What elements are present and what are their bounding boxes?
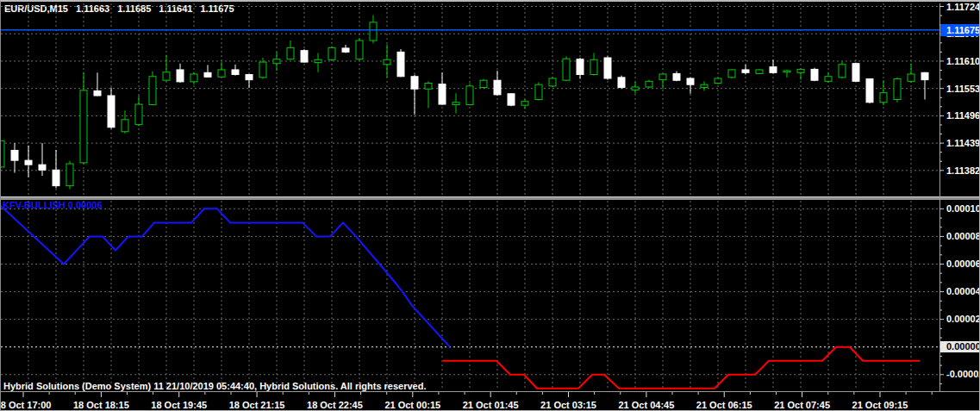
candle-bullish [453, 103, 459, 105]
candle-bullish [728, 70, 735, 78]
candle-bullish [425, 84, 432, 90]
candle-bullish [135, 104, 142, 124]
candle-bearish [866, 79, 873, 103]
time-axis-label: 18 Oct 19:45 [151, 400, 207, 410]
time-axis-label: 21 Oct 01:45 [463, 400, 519, 410]
indicator-axis-label: 0.00006 [946, 258, 980, 269]
axis-frame [1, 3, 980, 392]
bearish-line [443, 347, 920, 389]
candle-bullish [370, 22, 377, 40]
price-axis-label: 1.11382 [946, 165, 980, 176]
candle-bearish [11, 150, 18, 160]
candle-bearish [811, 69, 818, 80]
candle-bullish [783, 71, 790, 72]
time-axis-label: 18 Oct 21:15 [229, 400, 285, 410]
candle-bullish [122, 120, 128, 132]
indicator-axis-label: 0.00002 [946, 314, 980, 324]
indicator-axis-label: 0.00010 [946, 203, 980, 214]
chart-canvas[interactable] [1, 2, 980, 411]
candle-bullish [797, 69, 804, 72]
candle-bullish [646, 81, 652, 87]
candle-bearish [39, 165, 46, 170]
price-axis-label: 1.11724 [946, 2, 980, 12]
candle-bearish [921, 72, 928, 79]
bullish-line [1, 206, 450, 347]
current-price-label: 1.11675 [940, 24, 980, 36]
indicator-gridlines [1, 209, 939, 374]
candle-bearish [770, 67, 777, 73]
time-axis-label: 18 Oct 22:45 [307, 400, 363, 410]
time-axis-label: 18 Oct 18:15 [73, 400, 129, 410]
price-gridlines [1, 7, 939, 171]
candle-bearish [342, 48, 349, 52]
candle-bullish [218, 70, 225, 77]
candle-bullish [259, 62, 266, 78]
candle-bearish [618, 78, 625, 88]
candle-bearish [687, 78, 694, 84]
candle-bullish [908, 74, 914, 81]
candle-bullish [521, 102, 528, 105]
price-axis-label: 1.11553 [946, 84, 980, 94]
candle-bearish [204, 72, 211, 77]
candle-bullish [659, 74, 666, 80]
candle-bearish [673, 73, 680, 80]
price-axis-label: 1.11439 [946, 138, 980, 148]
price-axis-ticks [939, 6, 944, 384]
candle-bullish [563, 59, 570, 80]
candle-bullish [466, 86, 473, 105]
status-bar-text: Hybrid Solutions (Demo System) 11 21/10/… [3, 381, 426, 391]
candle-bullish [632, 87, 639, 90]
chart-window: EUR/USD,M151.116631.116851.116411.11675 … [0, 0, 980, 411]
time-axis-label: 21 Oct 07:45 [774, 400, 830, 410]
price-axis-label: 1.11496 [946, 110, 980, 121]
candle-bullish [384, 59, 390, 65]
candle-bullish [701, 84, 708, 87]
candle-bullish [190, 74, 197, 82]
candle-bullish [149, 77, 156, 105]
candles-group [1, 16, 928, 190]
chart-header: EUR/USD,M151.116631.116851.116411.11675 [4, 3, 242, 14]
candle-bullish [328, 47, 335, 59]
candle-bearish [397, 52, 404, 76]
candle-bullish [839, 65, 846, 78]
ohlc-high: 1.11685 [117, 3, 151, 14]
candle-bearish [232, 70, 239, 75]
ohlc-close: 1.11675 [200, 3, 234, 14]
candle-bullish [356, 40, 363, 59]
time-axis-label: 18 Oct 17:00 [0, 400, 51, 410]
candle-bearish [604, 58, 611, 78]
candle-bearish [301, 51, 308, 62]
candle-bearish [53, 170, 59, 185]
candle-bullish [1, 140, 4, 167]
candle-bearish [108, 96, 115, 128]
candle-bullish [287, 47, 294, 59]
candle-bullish [535, 84, 542, 99]
vertical-gridlines [28, 3, 911, 390]
candle-bullish [590, 59, 597, 74]
indicator-axis-label: 0.00004 [946, 286, 980, 296]
candle-bearish [494, 80, 501, 95]
candle-bullish [480, 80, 487, 87]
time-axis-label: 21 Oct 03:15 [540, 400, 596, 410]
symbol-period-label: EUR/USD,M15 [4, 3, 68, 14]
candle-bearish [94, 90, 101, 96]
ohlc-open: 1.11663 [76, 3, 109, 14]
candle-bullish [80, 90, 87, 163]
candle-bullish [66, 164, 73, 186]
candle-bullish [315, 59, 321, 62]
candle-bullish [756, 70, 763, 73]
price-axis-label: 1.11610 [946, 56, 980, 66]
indicator-axis-label: -0.00002 [946, 369, 980, 379]
candle-bullish [825, 77, 832, 82]
indicator-current-value-label: 0.00000 [940, 341, 980, 352]
candle-bearish [246, 75, 253, 80]
time-axis-ticks [23, 392, 933, 397]
time-axis-label: 21 Oct 00:15 [384, 400, 440, 410]
candle-bullish [715, 78, 721, 84]
candle-bearish [852, 64, 859, 82]
candle-bearish [177, 70, 184, 82]
time-axis-label: 21 Oct 06:15 [696, 400, 752, 410]
candle-bullish [273, 59, 280, 64]
candle-bearish [508, 94, 515, 105]
candle-bullish [549, 78, 556, 86]
